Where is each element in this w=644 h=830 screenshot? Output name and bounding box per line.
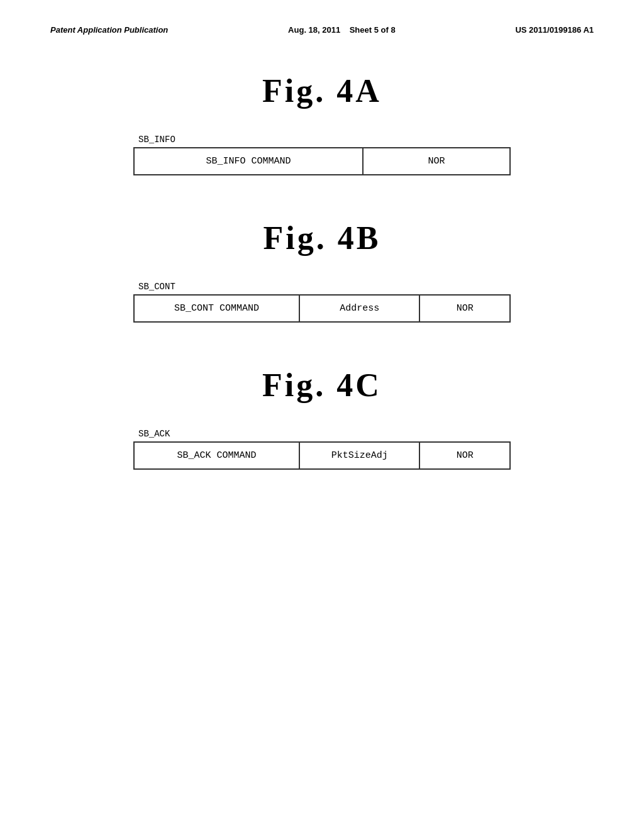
page: Patent Application Publication Aug. 18, … [0,0,644,830]
publication-label: Patent Application Publication [50,25,168,35]
figure-4c-table: SB_ACK COMMAND PktSizeAdj NOR [133,441,511,470]
publication-date: Aug. 18, 2011 [288,25,340,35]
figure-4a-section: Fig. 4A SB_INFO SB_INFO COMMAND NOR [50,72,594,175]
cell-nor-4a: NOR [363,148,510,175]
figure-4b-diagram: SB_CONT SB_CONT COMMAND Address NOR [50,282,594,323]
figure-4a-diagram: SB_INFO SB_INFO COMMAND NOR [50,135,594,175]
figure-4c-label: SB_ACK [138,429,170,439]
figure-4c-diagram: SB_ACK SB_ACK COMMAND PktSizeAdj NOR [50,429,594,470]
cell-sb-ack-command: SB_ACK COMMAND [134,442,299,469]
figure-4b-title: Fig. 4B [50,219,594,257]
sheet-info: Sheet 5 of 8 [350,25,396,35]
header-right: US 2011/0199186 A1 [515,25,594,35]
table-row: SB_INFO COMMAND NOR [134,148,510,175]
figure-4a-title: Fig. 4A [50,72,594,109]
figure-4b-section: Fig. 4B SB_CONT SB_CONT COMMAND Address … [50,219,594,323]
figure-4c-section: Fig. 4C SB_ACK SB_ACK COMMAND PktSizeAdj… [50,367,594,470]
figure-4a-label: SB_INFO [138,135,175,145]
figure-4a-table: SB_INFO COMMAND NOR [133,147,511,175]
header-center: Aug. 18, 2011 Sheet 5 of 8 [288,25,396,35]
table-row: SB_ACK COMMAND PktSizeAdj NOR [134,442,510,469]
patent-number: US 2011/0199186 A1 [515,25,594,35]
figure-4c-title: Fig. 4C [50,367,594,404]
figure-4b-label: SB_CONT [138,282,175,292]
page-header: Patent Application Publication Aug. 18, … [50,25,594,35]
cell-pktsizeadj: PktSizeAdj [299,442,419,469]
header-left: Patent Application Publication [50,25,168,35]
figure-4b-table: SB_CONT COMMAND Address NOR [133,294,511,323]
cell-address: Address [299,295,419,322]
table-row: SB_CONT COMMAND Address NOR [134,295,510,322]
cell-sb-cont-command: SB_CONT COMMAND [134,295,299,322]
cell-sb-info-command: SB_INFO COMMAND [134,148,363,175]
cell-nor-4c: NOR [419,442,510,469]
cell-nor-4b: NOR [419,295,510,322]
